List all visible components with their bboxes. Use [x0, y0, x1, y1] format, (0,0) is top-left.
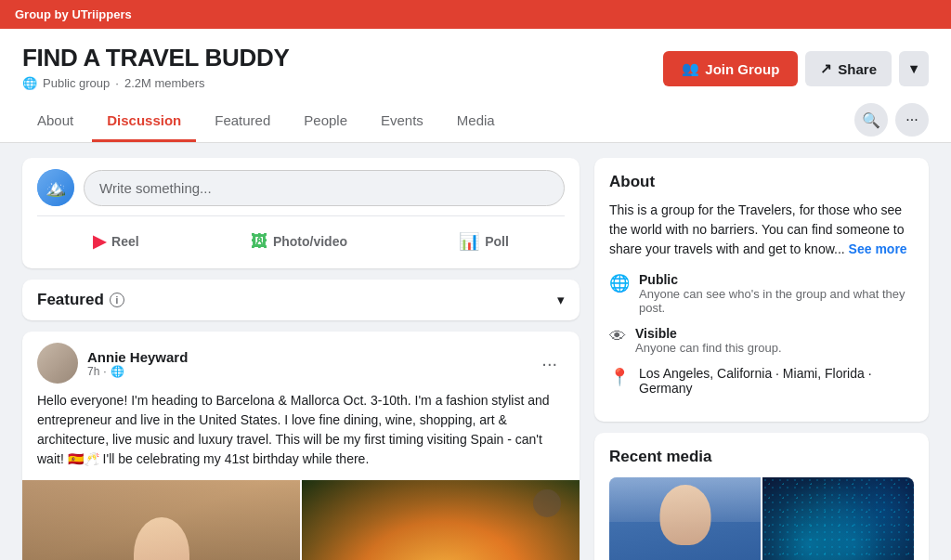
- poll-label: Poll: [485, 234, 509, 249]
- globe-public-icon: 🌐: [609, 273, 630, 293]
- visible-info: Visible Anyone can find this group.: [635, 326, 782, 355]
- about-public-item: 🌐 Public Anyone can see who's in the gro…: [609, 272, 914, 315]
- group-title: FIND A TRAVEL BUDDY: [22, 44, 290, 72]
- poll-icon: 📊: [459, 231, 479, 252]
- more-nav-button[interactable]: ···: [895, 103, 929, 137]
- featured-info-icon[interactable]: i: [110, 293, 124, 307]
- public-desc: Anyone can see who's in the group and wh…: [639, 287, 914, 315]
- visible-icon: 👁: [609, 327, 626, 346]
- author-name: Annie Heyward: [87, 349, 188, 365]
- see-more-link[interactable]: See more: [849, 241, 907, 256]
- group-meta: 🌐 Public group · 2.2M members: [22, 76, 290, 90]
- top-bar: Group by UTriippers: [0, 0, 951, 29]
- globe-icon: 🌐: [22, 76, 37, 90]
- post-image-1: [22, 480, 300, 560]
- meta-dot: ·: [115, 76, 119, 90]
- group-info: FIND A TRAVEL BUDDY 🌐 Public group · 2.2…: [22, 44, 290, 90]
- tab-featured[interactable]: Featured: [200, 101, 285, 142]
- nav-tabs: About Discussion Featured People Events …: [22, 101, 929, 142]
- about-location-item: 📍 Los Angeles, California · Miami, Flori…: [609, 366, 914, 396]
- featured-header[interactable]: Featured i ▾: [22, 280, 580, 320]
- post-card: Annie Heyward 7h · 🌐 ··· Hello everyone!…: [22, 332, 580, 560]
- tab-about[interactable]: About: [22, 101, 88, 142]
- featured-collapse-icon[interactable]: ▾: [557, 292, 565, 308]
- author-info: Annie Heyward 7h · 🌐: [87, 349, 188, 378]
- photo-icon: 🖼: [251, 232, 267, 252]
- featured-title-container: Featured i: [37, 291, 124, 309]
- post-image-2: [302, 480, 580, 560]
- more-actions-button[interactable]: ▾: [899, 51, 929, 86]
- avatar-landscape-icon: 🏔️: [37, 169, 74, 206]
- photo-label: Photo/video: [273, 234, 347, 249]
- visible-label: Visible: [635, 326, 782, 341]
- post-menu-icon: ···: [541, 353, 557, 373]
- tab-events[interactable]: Events: [366, 101, 438, 142]
- time-dot: ·: [103, 365, 106, 378]
- media-item-2[interactable]: Start Road Trip: [762, 477, 914, 560]
- left-column: 🏔️ Write something... ▶ Reel 🖼 Photo/vid…: [22, 158, 580, 560]
- right-column: About This is a group for the Travelers,…: [594, 158, 929, 560]
- tab-media[interactable]: Media: [442, 101, 510, 142]
- recent-media-card: Recent media Start Road Trip: [594, 433, 929, 560]
- top-bar-label: Group by UTriippers: [15, 7, 132, 21]
- write-post-actions: ▶ Reel 🖼 Photo/video 📊 Poll: [37, 215, 565, 257]
- recent-media-title: Recent media: [609, 448, 914, 466]
- post-globe-icon: 🌐: [111, 365, 124, 378]
- media-grid: Start Road Trip: [609, 477, 914, 560]
- post-menu-button[interactable]: ···: [534, 349, 565, 378]
- write-post-box: 🏔️ Write something... ▶ Reel 🖼 Photo/vid…: [22, 158, 580, 268]
- about-card: About This is a group for the Travelers,…: [594, 158, 929, 422]
- write-post-placeholder: Write something...: [99, 180, 212, 196]
- search-icon: 🔍: [862, 111, 880, 129]
- member-count: 2.2M members: [124, 76, 205, 90]
- location-text: Los Angeles, California · Miami, Florida…: [639, 366, 914, 396]
- header-actions: 👥 Join Group ↗ Share ▾: [663, 51, 929, 86]
- location-icon: 📍: [609, 367, 630, 387]
- about-description: This is a group for the Travelers, for t…: [609, 201, 914, 259]
- about-visible-item: 👁 Visible Anyone can find this group.: [609, 326, 914, 355]
- post-text: Hello everyone! I'm heading to Barcelona…: [22, 391, 580, 480]
- post-images: [22, 480, 580, 560]
- author-meta: 7h · 🌐: [87, 365, 188, 378]
- share-label: Share: [838, 61, 877, 77]
- tab-people[interactable]: People: [289, 101, 362, 142]
- user-avatar: 🏔️: [37, 169, 74, 206]
- header-top: FIND A TRAVEL BUDDY 🌐 Public group · 2.2…: [22, 44, 929, 101]
- share-icon: ↗: [820, 60, 832, 77]
- tab-discussion[interactable]: Discussion: [92, 101, 196, 142]
- share-button[interactable]: ↗ Share: [805, 51, 892, 86]
- write-post-top: 🏔️ Write something...: [37, 169, 565, 206]
- post-header: Annie Heyward 7h · 🌐 ···: [22, 332, 580, 391]
- write-post-input[interactable]: Write something...: [84, 170, 565, 206]
- join-group-button[interactable]: 👥 Join Group: [663, 51, 798, 86]
- post-author: Annie Heyward 7h · 🌐: [37, 343, 188, 384]
- reel-label: Reel: [111, 234, 139, 249]
- nav-actions: 🔍 ···: [854, 103, 929, 140]
- group-header: FIND A TRAVEL BUDDY 🌐 Public group · 2.2…: [0, 29, 951, 143]
- media-item-1[interactable]: [609, 477, 761, 560]
- public-label: Public: [639, 272, 914, 287]
- reel-icon: ▶: [93, 231, 106, 252]
- main-layout: 🏔️ Write something... ▶ Reel 🖼 Photo/vid…: [0, 143, 951, 560]
- featured-section: Featured i ▾: [22, 280, 580, 320]
- poll-button[interactable]: 📊 Poll: [440, 226, 528, 257]
- post-time: 7h: [87, 365, 99, 378]
- about-card-title: About: [609, 173, 914, 191]
- search-button[interactable]: 🔍: [854, 103, 888, 137]
- public-info: Public Anyone can see who's in the group…: [639, 272, 914, 315]
- reel-button[interactable]: ▶ Reel: [74, 226, 158, 257]
- ellipsis-icon: ···: [905, 111, 918, 128]
- visible-desc: Anyone can find this group.: [635, 341, 782, 355]
- join-label: Join Group: [705, 61, 779, 77]
- chevron-down-icon: ▾: [910, 60, 918, 76]
- featured-title-text: Featured: [37, 291, 104, 309]
- photo-video-button[interactable]: 🖼 Photo/video: [232, 226, 366, 257]
- group-type: Public group: [43, 76, 110, 90]
- author-avatar: [37, 343, 78, 384]
- join-icon: 👥: [682, 60, 699, 77]
